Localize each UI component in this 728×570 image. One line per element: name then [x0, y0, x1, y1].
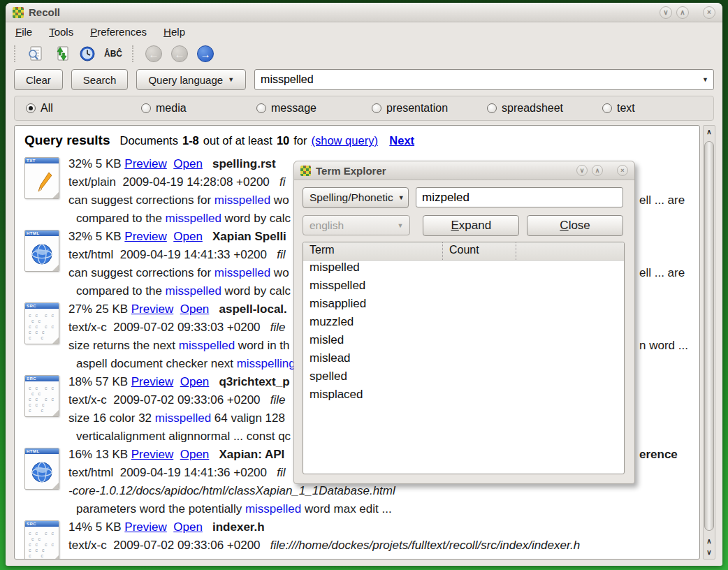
close-icon[interactable]: × [617, 165, 628, 176]
preview-link[interactable]: Preview [124, 520, 166, 534]
scroll-up-icon[interactable]: ∧ [704, 535, 715, 546]
term-row[interactable]: spelled [303, 370, 624, 388]
search-row: Clear Search Query language ▼ ▼ [6, 66, 722, 93]
result-text-fragment: ell ... are [639, 191, 685, 210]
recoll-main-window: Recoll ∨ ∧ × File Tools Preferences Help [6, 3, 722, 566]
filter-spreadsheet[interactable]: spreadsheet [487, 102, 602, 115]
count-cell [443, 279, 516, 297]
term-input[interactable] [416, 187, 623, 207]
toolbar-grip[interactable] [132, 45, 135, 62]
count-cell [443, 388, 516, 406]
scrollbar-thumb[interactable] [704, 141, 714, 531]
menu-help[interactable]: Help [163, 26, 185, 38]
scroll-down-icon[interactable]: ∨ [704, 546, 715, 557]
result-title: q3richtext_p [219, 375, 289, 388]
term-cell: mislead [303, 351, 443, 370]
result-line: parameters word the potentially misspell… [68, 500, 699, 518]
open-link[interactable]: Open [180, 375, 210, 388]
count-column-header[interactable]: Count [443, 242, 516, 260]
preview-link[interactable]: Preview [124, 230, 166, 243]
results-scrollbar[interactable]: ∧ ∧ ∨ [703, 125, 715, 560]
result-text-fragment: ell ... are [639, 264, 685, 282]
expand-button[interactable]: Expand [423, 215, 519, 236]
count-cell [443, 333, 516, 351]
term-table-header[interactable]: Term Count [303, 242, 624, 261]
term-row[interactable]: misspelled [303, 279, 624, 297]
search-button[interactable]: Search [71, 69, 129, 90]
radio-off-icon [256, 103, 266, 113]
shade-up-icon[interactable]: ∧ [676, 6, 689, 19]
query-language-dropdown[interactable]: Query language ▼ [136, 69, 246, 90]
term-column-header[interactable]: Term [303, 242, 443, 260]
chevron-down-icon: ▼ [228, 76, 234, 83]
result-entry: SRCc c c c c c c c c c c c c c c14% 5 KB… [24, 518, 699, 560]
count-cell [443, 351, 516, 370]
close-icon[interactable]: × [703, 6, 715, 19]
term-row[interactable]: misapplied [303, 297, 624, 315]
term-row[interactable]: misplaced [303, 388, 624, 406]
scroll-up-icon[interactable]: ∧ [704, 126, 715, 137]
result-title: Xapian: API [219, 448, 284, 461]
shade-up-icon[interactable]: ∧ [592, 165, 603, 176]
menu-tools[interactable]: Tools [49, 26, 73, 38]
term-cell: muzzled [303, 315, 443, 333]
count-cell [443, 297, 516, 315]
html-file-icon: HTML [24, 230, 59, 272]
search-input[interactable] [254, 69, 714, 90]
result-text-fragment: erence [639, 446, 678, 464]
menu-preferences[interactable]: Preferences [90, 26, 147, 38]
preview-link[interactable]: Preview [131, 302, 173, 316]
menu-file[interactable]: File [15, 26, 32, 38]
advanced-search-icon[interactable] [26, 44, 45, 64]
term-cell: misplaced [303, 388, 443, 406]
chevron-down-icon: ▼ [398, 222, 404, 229]
result-total: 10 [277, 134, 289, 147]
show-query-link[interactable]: (show query) [312, 134, 378, 147]
result-line: 14% 5 KB Preview Open indexer.h [68, 518, 699, 536]
nav-next-icon[interactable]: → [196, 44, 215, 64]
term-row[interactable]: misled [303, 333, 624, 351]
term-row[interactable]: mislead [303, 351, 624, 370]
preview-link[interactable]: Preview [124, 157, 166, 170]
shade-down-icon[interactable]: ∨ [576, 165, 588, 176]
open-link[interactable]: Open [173, 520, 203, 534]
filter-presentation[interactable]: presentation [372, 102, 487, 115]
history-clock-icon[interactable] [78, 44, 97, 64]
radio-off-icon [602, 103, 612, 113]
dialog-title-bar[interactable]: Term Explorer ∨ ∧ × [294, 161, 634, 180]
open-link[interactable]: Open [180, 302, 210, 316]
preview-link[interactable]: Preview [131, 448, 173, 461]
result-title: spelling.rst [212, 157, 276, 170]
open-link[interactable]: Open [173, 157, 203, 170]
next-page-link[interactable]: Next [389, 134, 414, 147]
dialog-close-button[interactable]: Close [527, 215, 623, 236]
txt-file-icon: TXT [24, 157, 59, 199]
filter-text[interactable]: text [602, 102, 635, 115]
sort-parameters-icon[interactable] [52, 44, 71, 64]
filter-message[interactable]: message [256, 102, 372, 115]
html-file-icon: HTML [24, 448, 59, 490]
term-explorer-abc-icon[interactable]: ÅBĈ [103, 44, 123, 64]
open-link[interactable]: Open [173, 230, 203, 243]
expansion-mode-dropdown[interactable]: Spelling/Phonetic ▼ [303, 187, 409, 208]
shade-down-icon[interactable]: ∨ [660, 6, 672, 19]
result-text-fragment: n word ... [639, 337, 688, 355]
filter-all[interactable]: All [26, 102, 141, 115]
preview-link[interactable]: Preview [131, 375, 173, 388]
open-link[interactable]: Open [180, 448, 210, 461]
result-line: -core-1.0.12/docs/apidoc/html/classXapia… [68, 482, 699, 500]
clear-button[interactable]: Clear [14, 69, 63, 90]
nav-prev-icon: ← [170, 44, 189, 64]
radio-on-icon [26, 103, 36, 113]
src-file-icon: SRCc c c c c c c c c c c c c c c [24, 375, 59, 417]
term-row[interactable]: muzzled [303, 315, 624, 333]
title-bar[interactable]: Recoll ∨ ∧ × [6, 3, 722, 22]
result-line: text/x-c 2009-07-02 09:33:06 +0200 file:… [68, 536, 699, 555]
term-row[interactable]: mispelled [303, 261, 624, 279]
doc-category-filter: All media message presentation spreadshe… [14, 96, 714, 121]
recoll-app-icon [300, 166, 311, 176]
results-header: Query results Documents 1-8 out of at le… [24, 133, 699, 148]
toolbar-grip[interactable] [14, 45, 17, 62]
filter-media[interactable]: media [141, 102, 256, 115]
term-cell: misapplied [303, 297, 443, 315]
